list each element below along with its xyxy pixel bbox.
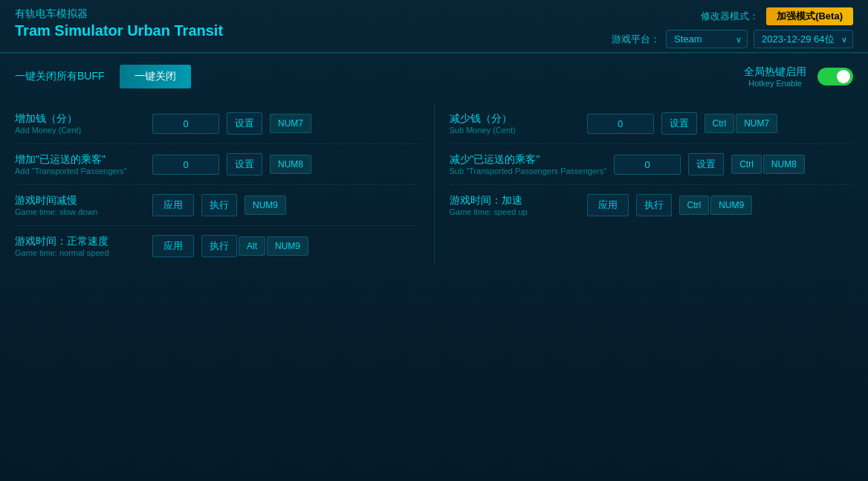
- speedup-key-group: Ctrl NUM9: [679, 196, 753, 215]
- normal-alt-badge: Alt: [239, 236, 265, 256]
- add-money-en: Add Money (Cent): [15, 126, 145, 135]
- add-money-key-badge: NUM7: [270, 114, 311, 133]
- speedup-cn: 游戏时间：加速: [450, 194, 580, 207]
- add-passengers-cn: 增加"已运送的乘客": [15, 153, 145, 167]
- add-money-input[interactable]: [152, 114, 219, 134]
- normal-speed-label: 游戏时间：正常速度 Game time: normal speed: [15, 235, 145, 257]
- cols-container: 增加钱（分） Add Money (Cent) 设置 NUM7 增加"已运送的乘…: [15, 103, 853, 266]
- sub-passengers-key-badge: NUM8: [763, 155, 805, 174]
- sub-money-cn: 减少钱（分）: [450, 112, 580, 126]
- slowdown-en: Game time: slow down: [15, 207, 145, 216]
- sub-passengers-ctrl-badge: Ctrl: [731, 155, 762, 174]
- add-money-set-button[interactable]: 设置: [227, 112, 262, 135]
- header-left: 有轨电车模拟器 Tram Simulator Urban Transit: [15, 7, 223, 39]
- slowdown-key-badge: NUM9: [244, 196, 286, 215]
- normal-execute-button[interactable]: 执行: [201, 235, 237, 257]
- buff-section: 一键关闭所有BUFF 一键关闭: [15, 65, 191, 88]
- normal-speed-cn: 游戏时间：正常速度: [15, 235, 145, 248]
- sub-money-ctrl-badge: Ctrl: [705, 114, 735, 133]
- col-left: 增加钱（分） Add Money (Cent) 设置 NUM7 增加"已运送的乘…: [15, 103, 434, 266]
- sub-money-key-badge: NUM7: [736, 114, 777, 133]
- normal-key-badge: NUM9: [267, 236, 308, 256]
- add-passengers-key-badge: NUM8: [270, 155, 311, 174]
- version-select-wrapper: 2023-12-29 64位: [754, 30, 853, 48]
- platform-label: 游戏平台：: [612, 33, 660, 46]
- mode-row: 修改器模式： 加强模式(Beta): [701, 7, 853, 25]
- add-money-label: 增加钱（分） Add Money (Cent): [15, 112, 145, 135]
- app-container: 有轨电车模拟器 Tram Simulator Urban Transit 修改器…: [0, 0, 868, 481]
- sub-passengers-cn: 减少"已运送的乘客": [450, 153, 607, 167]
- speedup-ctrl-badge: Ctrl: [679, 196, 710, 215]
- hotkey-text: 全局热键启用 Hotkey Enable: [744, 65, 806, 88]
- hotkey-title: 全局热键启用: [744, 65, 806, 79]
- hotkey-section: 全局热键启用 Hotkey Enable: [744, 65, 853, 88]
- slowdown-apply-button[interactable]: 应用: [152, 194, 194, 216]
- sub-money-row: 减少钱（分） Sub Money (Cent) 设置 Ctrl NUM7: [450, 103, 854, 144]
- buff-label: 一键关闭所有BUFF: [15, 70, 105, 83]
- platform-select-wrapper: Steam: [666, 30, 748, 48]
- platform-row: 游戏平台： Steam 2023-12-29 64位: [612, 30, 853, 48]
- app-title-cn: 有轨电车模拟器: [15, 7, 223, 21]
- speedup-label: 游戏时间：加速 Game time: speed up: [450, 194, 580, 216]
- sub-money-key-group: Ctrl NUM7: [705, 114, 778, 133]
- hotkey-toggle[interactable]: [817, 68, 853, 85]
- col-right: 减少钱（分） Sub Money (Cent) 设置 Ctrl NUM7 减少"…: [434, 103, 854, 266]
- version-select[interactable]: 2023-12-29 64位: [754, 30, 853, 48]
- add-passengers-row: 增加"已运送的乘客" Add "Transported Passengers" …: [15, 144, 419, 185]
- add-passengers-label: 增加"已运送的乘客" Add "Transported Passengers": [15, 153, 145, 175]
- add-money-row: 增加钱（分） Add Money (Cent) 设置 NUM7: [15, 103, 419, 144]
- speedup-row: 游戏时间：加速 Game time: speed up 应用 执行 Ctrl N…: [450, 185, 854, 225]
- main-content: 一键关闭所有BUFF 一键关闭 全局热键启用 Hotkey Enable: [0, 54, 868, 277]
- sub-passengers-input[interactable]: [614, 155, 681, 175]
- sub-money-input[interactable]: [587, 114, 654, 134]
- slowdown-cn: 游戏时间减慢: [15, 194, 145, 207]
- top-controls: 一键关闭所有BUFF 一键关闭 全局热键启用 Hotkey Enable: [15, 65, 853, 88]
- slowdown-execute-button[interactable]: 执行: [201, 194, 237, 216]
- add-passengers-set-button[interactable]: 设置: [227, 153, 262, 175]
- slowdown-label: 游戏时间减慢 Game time: slow down: [15, 194, 145, 216]
- sub-passengers-set-button[interactable]: 设置: [688, 153, 724, 175]
- toggle-slider: [817, 68, 853, 85]
- add-passengers-en: Add "Transported Passengers": [15, 167, 145, 175]
- mode-label: 修改器模式：: [701, 10, 759, 23]
- sub-passengers-en: Sub "Transported Passengers Passengers": [450, 167, 607, 175]
- normal-apply-button[interactable]: 应用: [152, 235, 194, 257]
- platform-select[interactable]: Steam: [666, 30, 748, 48]
- header: 有轨电车模拟器 Tram Simulator Urban Transit 修改器…: [0, 0, 868, 53]
- sub-money-en: Sub Money (Cent): [450, 126, 580, 135]
- add-money-cn: 增加钱（分）: [15, 112, 145, 126]
- speedup-execute-button[interactable]: 执行: [636, 194, 672, 216]
- normal-speed-row: 游戏时间：正常速度 Game time: normal speed 应用 执行 …: [15, 226, 419, 266]
- speedup-apply-button[interactable]: 应用: [587, 194, 629, 216]
- sub-money-set-button[interactable]: 设置: [661, 112, 697, 135]
- sub-passengers-label: 减少"已运送的乘客" Sub "Transported Passengers P…: [450, 153, 607, 175]
- slowdown-row: 游戏时间减慢 Game time: slow down 应用 执行 NUM9: [15, 185, 419, 226]
- close-all-button[interactable]: 一键关闭: [120, 65, 191, 88]
- normal-key-group: 执行 Alt NUM9: [201, 235, 308, 257]
- sub-passengers-row: 减少"已运送的乘客" Sub "Transported Passengers P…: [450, 144, 854, 185]
- normal-speed-en: Game time: normal speed: [15, 248, 145, 257]
- speedup-key-badge: NUM9: [710, 196, 752, 215]
- header-right: 修改器模式： 加强模式(Beta) 游戏平台： Steam 2023-12-29…: [612, 7, 853, 48]
- sub-money-label: 减少钱（分） Sub Money (Cent): [450, 112, 580, 135]
- app-title-en: Tram Simulator Urban Transit: [15, 22, 223, 39]
- mode-badge[interactable]: 加强模式(Beta): [766, 7, 853, 25]
- add-passengers-input[interactable]: [152, 155, 219, 175]
- sub-passengers-key-group: Ctrl NUM8: [731, 155, 805, 174]
- hotkey-subtitle: Hotkey Enable: [744, 79, 806, 88]
- speedup-en: Game time: speed up: [450, 207, 580, 216]
